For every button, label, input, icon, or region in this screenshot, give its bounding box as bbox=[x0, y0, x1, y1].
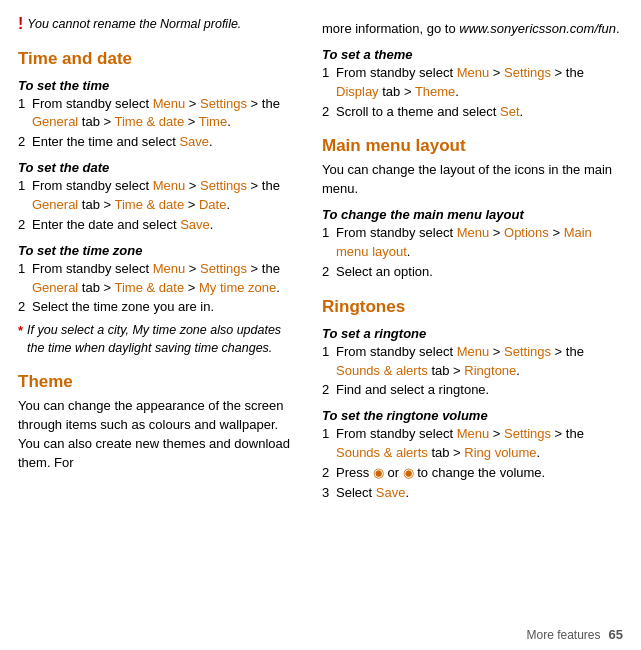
right-column: more information, go to www.sonyericsson… bbox=[310, 10, 641, 650]
heading-time-and-date: Time and date bbox=[18, 48, 298, 70]
footer-label: More features bbox=[526, 628, 600, 642]
list-number: 2 bbox=[322, 263, 336, 282]
list-number: 2 bbox=[322, 381, 336, 400]
list-item: 2 Enter the date and select Save. bbox=[18, 216, 298, 235]
list-item: 3 Select Save. bbox=[322, 484, 623, 503]
list-content: From standby select Menu > Settings > th… bbox=[32, 95, 298, 133]
note-text: If you select a city, My time zone also … bbox=[27, 322, 298, 357]
list-item: 1 From standby select Menu > Settings > … bbox=[18, 95, 298, 133]
heading-ringtones: Ringtones bbox=[322, 296, 623, 318]
list-item: 2 Enter the time and select Save. bbox=[18, 133, 298, 152]
list-number: 1 bbox=[322, 64, 336, 83]
note-normal-profile: ! You cannot rename the Normal profile. bbox=[18, 16, 298, 34]
list-content: Select Save. bbox=[336, 484, 409, 503]
list-number: 1 bbox=[322, 425, 336, 444]
heading-main-menu-layout: Main menu layout bbox=[322, 135, 623, 157]
list-item: 1 From standby select Menu > Options > M… bbox=[322, 224, 623, 262]
left-column: ! You cannot rename the Normal profile. … bbox=[0, 10, 310, 650]
list-number: 2 bbox=[18, 298, 32, 317]
list-item: 1 From standby select Menu > Settings > … bbox=[322, 425, 623, 463]
note-icon: * bbox=[18, 323, 23, 338]
subheading-change-main-menu: To change the main menu layout bbox=[322, 207, 623, 222]
page-footer: More features 65 bbox=[526, 627, 623, 642]
list-item: 1 From standby select Menu > Settings > … bbox=[18, 177, 298, 215]
list-number: 2 bbox=[18, 216, 32, 235]
list-number: 2 bbox=[322, 464, 336, 483]
theme-continued-text: more information, go to www.sonyericsson… bbox=[322, 20, 623, 39]
list-number: 1 bbox=[322, 224, 336, 243]
list-item: 2 Select the time zone you are in. bbox=[18, 298, 298, 317]
list-content: Press ◉ or ◉ to change the volume. bbox=[336, 464, 545, 483]
list-item: 2 Select an option. bbox=[322, 263, 623, 282]
list-content: From standby select Menu > Settings > th… bbox=[32, 260, 298, 298]
list-number: 2 bbox=[322, 103, 336, 122]
list-item: 1 From standby select Menu > Settings > … bbox=[18, 260, 298, 298]
subheading-set-ringtone-volume: To set the ringtone volume bbox=[322, 408, 623, 423]
list-content: Scroll to a theme and select Set. bbox=[336, 103, 523, 122]
list-number: 1 bbox=[18, 177, 32, 196]
list-item: 1 From standby select Menu > Settings > … bbox=[322, 343, 623, 381]
list-number: 3 bbox=[322, 484, 336, 503]
list-content: Enter the time and select Save. bbox=[32, 133, 213, 152]
list-number: 1 bbox=[322, 343, 336, 362]
list-item: 2 Find and select a ringtone. bbox=[322, 381, 623, 400]
list-content: Select the time zone you are in. bbox=[32, 298, 214, 317]
list-number: 2 bbox=[18, 133, 32, 152]
subheading-set-time: To set the time bbox=[18, 78, 298, 93]
list-content: Select an option. bbox=[336, 263, 433, 282]
list-content: From standby select Menu > Settings > th… bbox=[336, 343, 623, 381]
subheading-set-ringtone: To set a ringtone bbox=[322, 326, 623, 341]
list-item: 2 Press ◉ or ◉ to change the volume. bbox=[322, 464, 623, 483]
list-item: 2 Scroll to a theme and select Set. bbox=[322, 103, 623, 122]
subheading-set-theme: To set a theme bbox=[322, 47, 623, 62]
note-timezone: * If you select a city, My time zone als… bbox=[18, 322, 298, 357]
theme-body-text: You can change the appearance of the scr… bbox=[18, 397, 298, 472]
list-content: From standby select Menu > Settings > th… bbox=[336, 425, 623, 463]
list-content: From standby select Menu > Settings > th… bbox=[32, 177, 298, 215]
list-content: Find and select a ringtone. bbox=[336, 381, 489, 400]
list-content: Enter the date and select Save. bbox=[32, 216, 213, 235]
list-content: From standby select Menu > Settings > th… bbox=[336, 64, 623, 102]
list-item: 1 From standby select Menu > Settings > … bbox=[322, 64, 623, 102]
heading-theme: Theme bbox=[18, 371, 298, 393]
list-number: 1 bbox=[18, 95, 32, 114]
note-icon: ! bbox=[18, 15, 23, 33]
list-content: From standby select Menu > Options > Mai… bbox=[336, 224, 623, 262]
subheading-set-timezone: To set the time zone bbox=[18, 243, 298, 258]
footer-page-number: 65 bbox=[609, 627, 623, 642]
list-number: 1 bbox=[18, 260, 32, 279]
note-text: You cannot rename the Normal profile. bbox=[27, 16, 241, 34]
subheading-set-date: To set the date bbox=[18, 160, 298, 175]
main-menu-body-text: You can change the layout of the icons i… bbox=[322, 161, 623, 199]
page: ! You cannot rename the Normal profile. … bbox=[0, 0, 641, 650]
